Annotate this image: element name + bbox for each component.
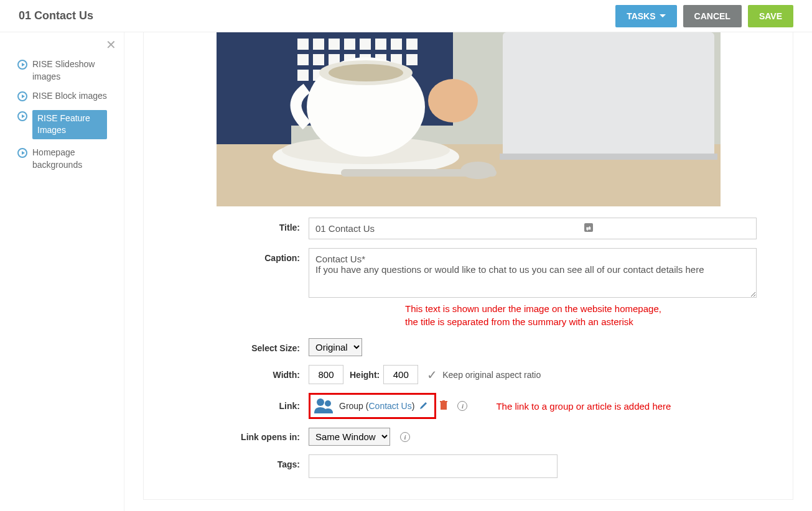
sidebar-item-label: RISE Feature Images (32, 110, 107, 139)
size-select[interactable]: Original (309, 338, 362, 356)
label-title: Title: (150, 218, 309, 232)
close-icon[interactable]: ✕ (106, 37, 116, 52)
label-size: Select Size: (150, 338, 309, 353)
row-tags: Tags: (144, 454, 793, 478)
label-width: Width: (150, 370, 309, 380)
group-icon (313, 397, 334, 415)
svg-point-28 (428, 79, 478, 122)
svg-rect-15 (313, 54, 324, 65)
cancel-button[interactable]: CANCEL (683, 5, 742, 27)
svg-rect-11 (375, 39, 386, 50)
language-icon[interactable]: ⇄ (584, 223, 594, 234)
page-title: 01 Contact Us (19, 9, 93, 22)
info-icon[interactable]: i (457, 401, 467, 411)
svg-rect-6 (297, 39, 309, 50)
height-input[interactable] (383, 365, 418, 384)
svg-rect-2 (503, 32, 714, 157)
title-input[interactable] (309, 218, 757, 239)
caption-annotation: This text is shown under the image on th… (405, 302, 793, 328)
svg-rect-40 (441, 402, 447, 410)
caption-textarea[interactable] (309, 248, 757, 298)
link-box: Group (Contact Us) (309, 393, 436, 419)
svg-rect-21 (406, 54, 418, 65)
label-tags: Tags: (150, 454, 309, 469)
svg-point-35 (460, 162, 495, 179)
svg-rect-8 (329, 39, 340, 50)
sidebar-list: RISE Slideshow images RISE Block images … (15, 55, 118, 175)
tags-input[interactable] (309, 454, 558, 478)
trash-icon[interactable] (440, 400, 447, 412)
svg-rect-10 (360, 39, 371, 50)
save-button[interactable]: SAVE (748, 5, 793, 27)
svg-text:⇄: ⇄ (586, 225, 591, 231)
label-link: Link: (150, 401, 309, 411)
link-annotation: The link to a group or article is added … (496, 401, 671, 412)
play-icon (17, 60, 27, 70)
svg-rect-9 (344, 39, 355, 50)
layout: ✕ RISE Slideshow images RISE Block image… (0, 32, 812, 511)
row-link-opens: Link opens in: Same Window i (144, 428, 793, 446)
svg-rect-13 (406, 39, 418, 50)
play-icon (17, 111, 27, 121)
row-link: Link: Group (Contact Us) (144, 393, 793, 419)
info-icon[interactable]: i (400, 432, 410, 442)
svg-rect-3 (500, 154, 717, 160)
label-height: Height: (350, 370, 380, 380)
sidebar-item-label: RISE Block images (32, 90, 107, 103)
width-input[interactable] (309, 365, 343, 384)
svg-rect-4 (217, 32, 291, 144)
tasks-button[interactable]: TASKS (615, 5, 676, 27)
sidebar-item-feature[interactable]: RISE Feature Images (15, 106, 118, 143)
sidebar-item-slideshow[interactable]: RISE Slideshow images (15, 55, 118, 86)
sidebar-item-homepage[interactable]: Homepage backgrounds (15, 143, 118, 175)
sidebar-item-label: Homepage backgrounds (32, 147, 107, 171)
header-buttons: TASKS CANCEL SAVE (615, 5, 793, 27)
link-target[interactable]: Contact Us (368, 401, 411, 411)
row-title: Title: ⇄ (144, 218, 793, 239)
pencil-icon[interactable] (419, 401, 428, 412)
svg-rect-12 (391, 39, 402, 50)
play-icon (17, 91, 27, 101)
svg-rect-14 (297, 54, 309, 65)
play-icon (17, 148, 27, 158)
sidebar-item-label: RISE Slideshow images (32, 58, 107, 83)
label-caption: Caption: (150, 248, 309, 263)
image-preview (217, 32, 721, 206)
sidebar-item-block[interactable]: RISE Block images (15, 86, 118, 106)
svg-rect-7 (313, 39, 324, 50)
page-header: 01 Contact Us TASKS CANCEL SAVE (0, 0, 812, 32)
link-text: Group (Contact Us) (339, 401, 414, 411)
row-caption: Caption: (144, 248, 793, 300)
svg-point-38 (317, 398, 324, 406)
content-panel: Title: ⇄ Caption: This text is shown und… (143, 32, 793, 500)
row-dimensions: Width: Height: ✓ Keep original aspect ra… (144, 365, 793, 384)
label-link-opens: Link opens in: (150, 432, 309, 442)
main-content: Title: ⇄ Caption: This text is shown und… (124, 32, 812, 511)
check-icon[interactable]: ✓ (427, 367, 437, 382)
link-opens-select[interactable]: Same Window (309, 428, 390, 446)
svg-point-39 (325, 400, 331, 407)
svg-point-33 (329, 64, 403, 81)
svg-rect-41 (440, 401, 447, 402)
aspect-ratio-label: Keep original aspect ratio (442, 370, 541, 380)
caret-down-icon (660, 14, 666, 17)
svg-rect-42 (442, 400, 445, 401)
svg-rect-22 (297, 70, 309, 81)
row-size: Select Size: Original (144, 338, 793, 356)
tasks-button-label: TASKS (627, 11, 655, 21)
sidebar: ✕ RISE Slideshow images RISE Block image… (0, 32, 124, 511)
